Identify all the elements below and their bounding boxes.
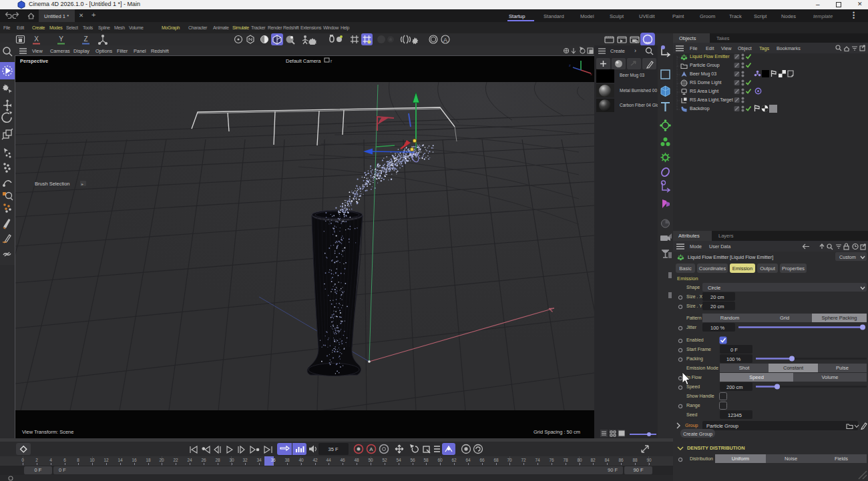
svg-text:Default Camera: Default Camera xyxy=(286,58,321,64)
svg-text:Z: Z xyxy=(83,35,87,43)
svg-text:Grid Spacing : 50 cm: Grid Spacing : 50 cm xyxy=(533,429,580,435)
svg-text:z: z xyxy=(569,63,571,67)
svg-text:A: A xyxy=(369,446,373,452)
svg-text:▸: ▸ xyxy=(81,182,83,186)
svg-text:X: X xyxy=(34,35,39,43)
svg-text:x: x xyxy=(590,72,592,76)
svg-text:Perspective: Perspective xyxy=(20,58,48,64)
svg-text:View Transform: Scene: View Transform: Scene xyxy=(22,429,73,435)
svg-text:Y: Y xyxy=(59,35,63,43)
svg-text:Brush Selection: Brush Selection xyxy=(35,181,70,187)
svg-text:A: A xyxy=(443,37,447,43)
